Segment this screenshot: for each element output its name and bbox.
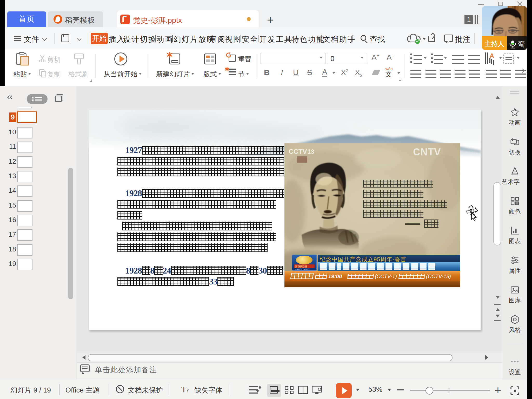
svg-text:CCTV: CCTV <box>289 148 307 155</box>
svg-text:13: 13 <box>307 148 314 155</box>
svg-text:CNTV: CNTV <box>413 147 441 157</box>
